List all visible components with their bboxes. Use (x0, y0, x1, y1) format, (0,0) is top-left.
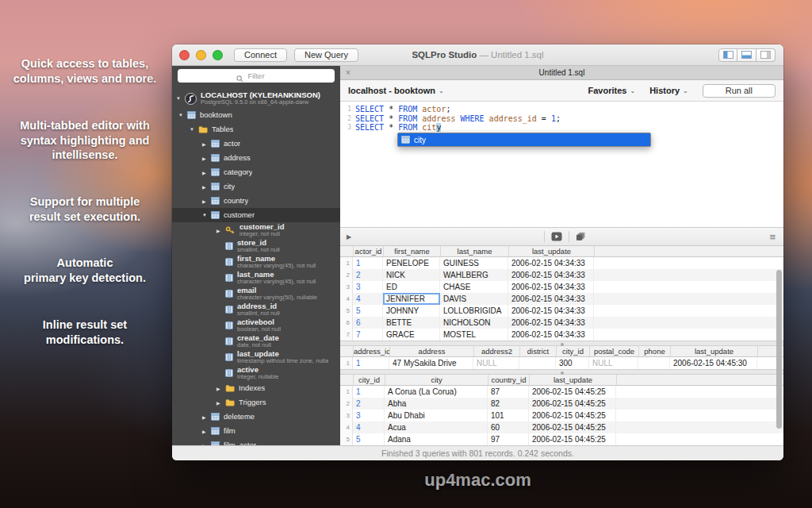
cell[interactable]: 2006-02-15 04:45:25 (529, 398, 616, 410)
cell[interactable]: GRACE (383, 329, 440, 341)
table-row[interactable]: 55JOHNNYLOLLOBRIGIDA2006-02-15 04:34:33 (340, 305, 783, 317)
cell[interactable]: 2006-02-15 04:34:33 (508, 281, 594, 293)
column-header-last_update[interactable]: last_update (509, 246, 595, 256)
tree-item-country[interactable]: ▶country (172, 194, 340, 208)
cell[interactable]: DAVIS (440, 293, 508, 305)
column-header-last_update[interactable]: last_update (530, 375, 617, 385)
autocomplete-popup[interactable]: city (397, 133, 651, 147)
cell[interactable]: 2006-02-15 04:45:25 (529, 410, 616, 421)
cell[interactable]: 87 (488, 386, 529, 398)
column-header-address[interactable]: address (390, 346, 474, 356)
tree-item-store_id[interactable]: store_idsmallint, not null (172, 238, 340, 254)
cell[interactable]: 3 (353, 281, 383, 293)
disclosure-closed-icon[interactable]: ▶ (202, 198, 211, 204)
connection-selector[interactable]: localhost - booktown⌄ (348, 86, 444, 95)
cell[interactable]: Abha (385, 398, 488, 410)
code-line[interactable]: SELECT * FROM actor; (355, 105, 561, 114)
table-row[interactable]: 11PENELOPEGUINESS2006-02-15 04:34:33 (340, 257, 783, 269)
tree-item-category[interactable]: ▶category (172, 165, 340, 179)
cell[interactable]: 2006-02-15 04:45:30 (670, 357, 757, 369)
disclosure-closed-icon[interactable]: ▶ (202, 184, 211, 190)
cell[interactable]: 47 MySakila Drive (389, 357, 473, 369)
cell[interactable]: WAHLBERG (440, 269, 508, 281)
cell[interactable]: JENNIFER (383, 293, 440, 305)
disclosure-closed-icon[interactable]: ▶ (202, 156, 211, 161)
cell[interactable]: 82 (488, 398, 529, 410)
cell[interactable]: 101 (488, 410, 529, 421)
results-menu-icon[interactable]: ≡ (769, 232, 776, 242)
table-row[interactable]: 22Abha822006-02-15 04:45:25 (340, 398, 783, 410)
column-header-phone[interactable]: phone (639, 346, 671, 356)
cell[interactable]: 1 (353, 386, 385, 398)
tree-item-customer[interactable]: ▼customer (172, 208, 340, 222)
column-header-city[interactable]: city (385, 375, 488, 385)
table-row[interactable]: 11A Corua (La Corua)872006-02-15 04:45:2… (340, 386, 783, 398)
tree-item-address_id[interactable]: address_idsmallint, not null (172, 302, 340, 318)
column-header-address2[interactable]: address2 (474, 346, 520, 356)
cell[interactable]: 2006-02-15 04:34:33 (508, 257, 594, 269)
cell[interactable]: 3 (353, 410, 385, 421)
tab-untitled[interactable]: Untitled 1.sql (340, 68, 783, 77)
column-header-actor_id[interactable]: actor_id (354, 246, 384, 256)
cell[interactable]: 5 (353, 305, 383, 317)
connection-row[interactable]: ▼ LOCALHOST (KYLEHANKINSON) PostgreSQL 9… (172, 89, 340, 108)
cell[interactable]: BETTE (383, 317, 440, 329)
export-results-button[interactable] (551, 232, 562, 241)
table-row[interactable]: 55Adana972006-02-15 04:45:25 (340, 433, 783, 445)
cell[interactable]: PENELOPE (383, 257, 440, 269)
new-query-button[interactable]: New Query (294, 48, 358, 62)
tree-item-booktown[interactable]: ▼booktown (172, 108, 340, 122)
tree-item-create_date[interactable]: create_datedate, not null (172, 333, 340, 349)
cell[interactable]: 2 (353, 269, 383, 281)
tree-item-film[interactable]: ▶film (172, 424, 340, 438)
disclosure-open-icon[interactable]: ▼ (190, 127, 198, 132)
pane-splitter[interactable] (340, 341, 783, 346)
column-header-address_id[interactable]: address_id (354, 346, 390, 356)
tree-item-Indexes[interactable]: ▶Indexes (172, 381, 340, 395)
pane-splitter[interactable] (340, 369, 783, 375)
disclosure-closed-icon[interactable]: ▶ (202, 414, 211, 420)
tree-item-last_update[interactable]: last_updatetimestamp without time zone, … (172, 349, 340, 365)
disclosure-open-icon[interactable]: ▼ (178, 113, 187, 117)
disclosure-closed-icon[interactable]: ▶ (216, 400, 225, 406)
cell[interactable]: 1 (353, 257, 383, 269)
tree-item-activebool[interactable]: activeboolboolean, not null (172, 318, 340, 333)
cell[interactable]: 2006-02-15 04:34:33 (508, 305, 594, 317)
cell[interactable]: 60 (488, 421, 529, 433)
cell[interactable]: NULL (473, 357, 519, 369)
cell[interactable]: Abu Dhabi (385, 410, 488, 421)
tree-item-first_name[interactable]: first_namecharacter varying(45), not nul… (172, 254, 340, 270)
history-menu[interactable]: History⌄ (649, 86, 688, 95)
column-header-last_name[interactable]: last_name (441, 246, 509, 256)
autocomplete-suggestion[interactable]: city (414, 136, 426, 144)
tree-item-film_actor[interactable]: ▶film_actor (172, 438, 340, 445)
tree-item-email[interactable]: emailcharacter varying(50), nullable (172, 286, 340, 302)
tree-item-Tables[interactable]: ▼Tables (172, 122, 340, 137)
tree-item-deleteme[interactable]: ▶deleteme (172, 410, 340, 424)
favorites-menu[interactable]: Favorites⌄ (588, 86, 636, 95)
cell[interactable]: ED (383, 281, 440, 293)
column-header-country_id[interactable]: country_id (488, 375, 530, 385)
code-line[interactable]: SELECT * FROM city (355, 123, 561, 133)
cell[interactable]: A Corua (La Corua) (385, 386, 488, 398)
toggle-bottom-panel-button[interactable] (737, 48, 756, 62)
cell[interactable] (638, 357, 670, 369)
table-row[interactable]: 22NICKWAHLBERG2006-02-15 04:34:33 (340, 269, 783, 281)
disclosure-closed-icon[interactable]: ▶ (216, 386, 225, 391)
disclosure-open-icon[interactable]: ▼ (176, 96, 185, 101)
cell[interactable]: 2006-02-15 04:34:33 (508, 293, 594, 305)
cell[interactable]: 97 (488, 433, 529, 445)
cell[interactable]: 2006-02-15 04:34:33 (508, 269, 594, 281)
cell[interactable] (519, 357, 556, 369)
cell[interactable]: 2 (353, 398, 385, 410)
tree-item-Triggers[interactable]: ▶Triggers (172, 395, 340, 410)
sql-editor[interactable]: 123 SELECT * FROM actor;SELECT * FROM ad… (340, 102, 783, 228)
table-row[interactable]: 33Abu Dhabi1012006-02-15 04:45:25 (340, 410, 783, 421)
cell[interactable]: Acua (385, 421, 488, 433)
tree-item-address[interactable]: ▶address (172, 151, 340, 165)
table-row[interactable]: 66BETTENICHOLSON2006-02-15 04:34:33 (340, 317, 783, 329)
disclosure-closed-icon[interactable]: ▶ (202, 429, 211, 434)
code-area[interactable]: SELECT * FROM actor;SELECT * FROM addres… (351, 102, 561, 227)
vertical-scrollbar[interactable] (776, 270, 782, 429)
cell[interactable]: 2006-02-15 04:45:25 (529, 433, 616, 445)
